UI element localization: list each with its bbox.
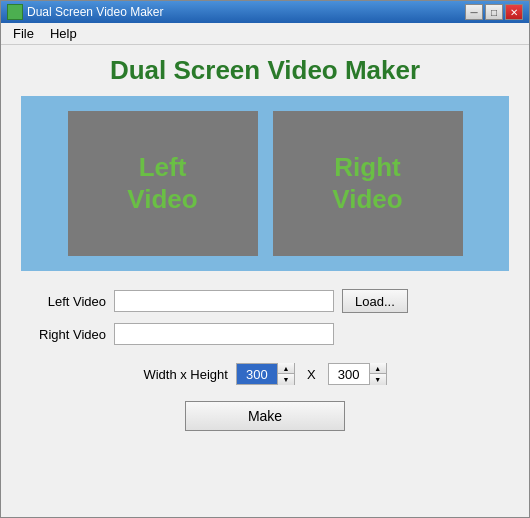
- right-video-row: Right Video: [31, 323, 499, 345]
- preview-area: LeftVideo RightVideo: [21, 96, 509, 271]
- title-bar: Dual Screen Video Maker ─ □ ✕: [1, 1, 529, 23]
- width-input[interactable]: [237, 364, 277, 384]
- svg-rect-1: [16, 6, 21, 11]
- height-input[interactable]: [329, 364, 369, 384]
- right-video-field-label: Right Video: [31, 327, 106, 342]
- menu-file[interactable]: File: [5, 24, 42, 43]
- close-button[interactable]: ✕: [505, 4, 523, 20]
- load-button[interactable]: Load...: [342, 289, 408, 313]
- left-video-input[interactable]: [114, 290, 334, 312]
- width-spinner: ▲ ▼: [236, 363, 295, 385]
- width-decrement-button[interactable]: ▼: [278, 374, 294, 385]
- minimize-button[interactable]: ─: [465, 4, 483, 20]
- svg-rect-2: [9, 13, 14, 18]
- left-video-label: LeftVideo: [127, 152, 197, 214]
- size-label: Width x Height: [143, 367, 228, 382]
- svg-rect-0: [9, 6, 14, 11]
- height-spinner: ▲ ▼: [328, 363, 387, 385]
- form-section: Left Video Load... Right Video Width x H…: [21, 289, 509, 385]
- left-video-field-label: Left Video: [31, 294, 106, 309]
- width-spinner-buttons: ▲ ▼: [277, 363, 294, 385]
- menu-bar: File Help: [1, 23, 529, 45]
- left-video-preview: LeftVideo: [68, 111, 258, 256]
- maximize-button[interactable]: □: [485, 4, 503, 20]
- title-bar-text: Dual Screen Video Maker: [27, 5, 461, 19]
- height-decrement-button[interactable]: ▼: [370, 374, 386, 385]
- size-row: Width x Height ▲ ▼ X ▲ ▼: [31, 363, 499, 385]
- svg-rect-3: [16, 13, 21, 18]
- make-button[interactable]: Make: [185, 401, 345, 431]
- right-video-preview: RightVideo: [273, 111, 463, 256]
- menu-help[interactable]: Help: [42, 24, 85, 43]
- height-spinner-buttons: ▲ ▼: [369, 363, 386, 385]
- window-controls: ─ □ ✕: [465, 4, 523, 20]
- width-increment-button[interactable]: ▲: [278, 363, 294, 374]
- x-separator: X: [303, 367, 320, 382]
- right-video-input[interactable]: [114, 323, 334, 345]
- main-window: Dual Screen Video Maker ─ □ ✕ File Help …: [0, 0, 530, 518]
- right-video-label: RightVideo: [332, 152, 402, 214]
- app-icon: [7, 4, 23, 20]
- main-content: Dual Screen Video Maker LeftVideo RightV…: [1, 45, 529, 517]
- left-video-row: Left Video Load...: [31, 289, 499, 313]
- height-increment-button[interactable]: ▲: [370, 363, 386, 374]
- app-title: Dual Screen Video Maker: [21, 55, 509, 86]
